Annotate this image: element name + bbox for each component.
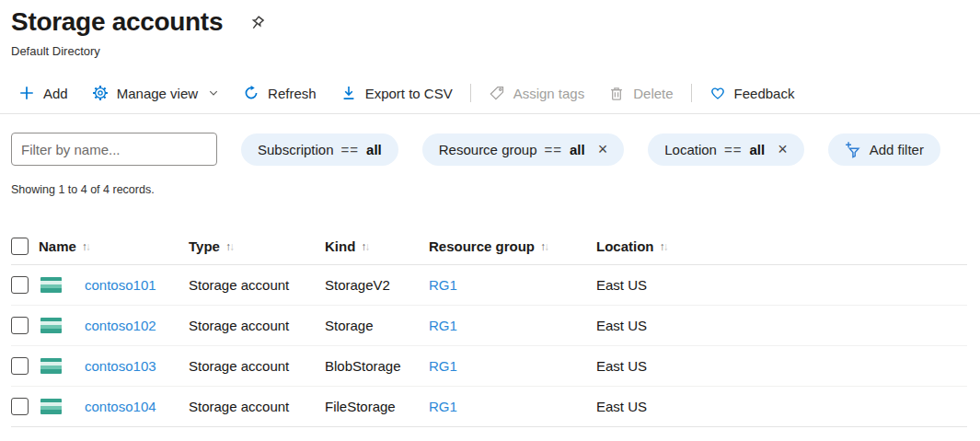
type-cell: Storage account	[189, 399, 325, 414]
pill-operator: ==	[724, 142, 743, 157]
toolbar-divider	[0, 113, 980, 114]
storage-account-link[interactable]: contoso104	[85, 399, 156, 414]
sort-arrows-icon: ↑↓	[361, 240, 368, 253]
add-filter-icon	[845, 141, 862, 158]
download-icon	[340, 85, 357, 101]
page-header: Storage accounts	[11, 7, 967, 37]
manage-view-button[interactable]: Manage view	[80, 78, 231, 108]
refresh-icon	[243, 85, 259, 101]
row-checkbox[interactable]	[11, 398, 29, 415]
resource-group-link[interactable]: RG1	[429, 358, 457, 374]
export-to-csv-button[interactable]: Export to CSV	[329, 78, 465, 108]
delete-label: Delete	[633, 86, 673, 101]
location-cell: East US	[596, 358, 967, 374]
resource-group-link[interactable]: RG1	[429, 399, 457, 414]
gear-icon	[92, 85, 109, 101]
column-header-type[interactable]: Type ↑↓	[189, 238, 325, 254]
row-checkbox[interactable]	[11, 317, 29, 334]
add-label: Add	[43, 86, 68, 101]
table-row: contoso104 Storage account FileStorage R…	[11, 387, 967, 427]
feedback-button[interactable]: Feedback	[698, 78, 807, 108]
pill-field: Resource group	[439, 142, 537, 157]
export-to-csv-label: Export to CSV	[365, 86, 453, 101]
trash-icon	[608, 85, 625, 101]
sort-arrows-icon: ↑↓	[540, 240, 548, 253]
heart-icon	[709, 85, 726, 101]
toolbar-separator	[691, 84, 692, 102]
column-header-location[interactable]: Location ↑↓	[596, 238, 967, 254]
sort-arrows-icon: ↑↓	[660, 240, 667, 253]
kind-cell: Storage	[325, 318, 429, 333]
column-header-resource-group[interactable]: Resource group ↑↓	[429, 238, 596, 254]
directory-subtitle: Default Directory	[11, 44, 967, 58]
pill-operator: ==	[545, 142, 563, 157]
row-checkbox[interactable]	[11, 357, 29, 375]
pill-value: all	[570, 142, 585, 157]
location-cell: East US	[596, 318, 967, 333]
column-header-kind[interactable]: Kind ↑↓	[325, 238, 429, 254]
plus-icon	[18, 85, 35, 101]
command-bar: Add Manage view	[11, 78, 967, 108]
storage-account-icon	[40, 318, 62, 333]
feedback-label: Feedback	[734, 86, 795, 101]
pill-field: Subscription	[258, 142, 334, 157]
add-filter-label: Add filter	[870, 142, 924, 157]
manage-view-label: Manage view	[117, 86, 198, 101]
add-filter-button[interactable]: Add filter	[828, 133, 940, 166]
pill-value: all	[749, 142, 765, 157]
storage-accounts-table: Name ↑↓ Type ↑↓ Kind ↑↓ Resource group ↑…	[11, 228, 967, 427]
record-count: Showing 1 to 4 of 4 records.	[11, 183, 967, 196]
column-header-name[interactable]: Name ↑↓	[39, 238, 189, 254]
type-cell: Storage account	[189, 318, 325, 333]
page-title: Storage accounts	[11, 7, 223, 37]
kind-cell: StorageV2	[325, 277, 429, 293]
remove-filter-icon[interactable]: ×	[778, 141, 788, 157]
kind-cell: BlobStorage	[325, 358, 429, 374]
table-row: contoso103 Storage account BlobStorage R…	[11, 346, 967, 387]
select-all-checkbox[interactable]	[11, 238, 29, 255]
storage-account-link[interactable]: contoso102	[85, 318, 156, 333]
storage-accounts-page: Storage accounts Default Directory Add	[0, 0, 980, 427]
delete-button[interactable]: Delete	[596, 78, 685, 108]
pill-operator: ==	[341, 142, 360, 157]
filter-pill-resource-group[interactable]: Resource group == all ×	[422, 133, 624, 166]
table-row: contoso102 Storage account Storage RG1 E…	[11, 306, 967, 346]
location-cell: East US	[596, 277, 967, 293]
location-cell: East US	[596, 399, 967, 414]
table-header-row: Name ↑↓ Type ↑↓ Kind ↑↓ Resource group ↑…	[11, 228, 967, 265]
add-button[interactable]: Add	[11, 78, 80, 108]
refresh-button[interactable]: Refresh	[231, 78, 329, 108]
filter-pill-subscription[interactable]: Subscription == all	[241, 133, 398, 166]
row-checkbox[interactable]	[11, 276, 29, 294]
refresh-label: Refresh	[268, 86, 317, 101]
kind-cell: FileStorage	[325, 399, 429, 414]
storage-account-icon	[40, 358, 62, 374]
assign-tags-button[interactable]: Assign tags	[477, 78, 597, 108]
table-row: contoso101 Storage account StorageV2 RG1…	[11, 265, 967, 306]
filter-pill-location[interactable]: Location == all ×	[648, 133, 803, 166]
storage-account-link[interactable]: contoso101	[85, 277, 156, 293]
filter-bar: Subscription == all Resource group == al…	[11, 133, 967, 166]
storage-account-icon	[40, 277, 62, 293]
filter-by-name-input[interactable]	[11, 133, 217, 166]
chevron-down-icon	[208, 87, 219, 99]
pill-value: all	[366, 142, 382, 157]
storage-account-icon	[40, 399, 62, 414]
storage-account-link[interactable]: contoso103	[85, 358, 156, 374]
tag-icon	[489, 85, 505, 101]
resource-group-link[interactable]: RG1	[429, 318, 457, 333]
resource-group-link[interactable]: RG1	[429, 277, 457, 293]
type-cell: Storage account	[189, 358, 325, 374]
sort-arrows-icon: ↑↓	[82, 240, 89, 253]
pin-icon[interactable]	[247, 14, 267, 34]
toolbar-separator	[470, 84, 471, 102]
assign-tags-label: Assign tags	[513, 86, 585, 101]
sort-arrows-icon: ↑↓	[225, 240, 233, 253]
remove-filter-icon[interactable]: ×	[598, 141, 608, 157]
pill-field: Location	[664, 142, 717, 157]
type-cell: Storage account	[189, 277, 325, 293]
